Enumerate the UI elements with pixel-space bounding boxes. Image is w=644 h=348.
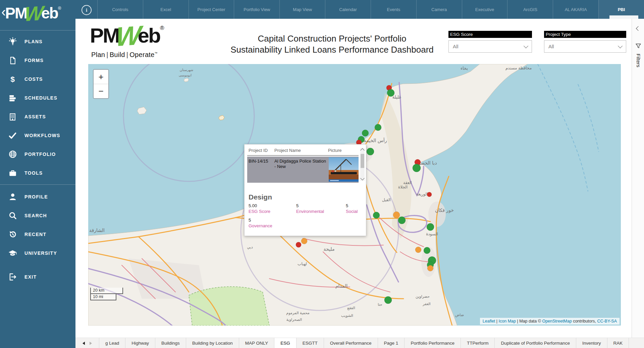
nav-item-map-view[interactable]: Map View: [279, 0, 325, 19]
map-marker-green[interactable]: [375, 124, 381, 131]
tooltip-scrollbar[interactable]: [360, 148, 365, 181]
page-tab-ttperform[interactable]: TTPerform: [461, 338, 495, 348]
map-marker-orange[interactable]: [393, 212, 400, 218]
sidebar-item-tools[interactable]: TOOLS: [0, 164, 75, 182]
map-marker-orange[interactable]: [427, 265, 433, 271]
map-place-label: العقة: [403, 180, 412, 185]
attribution-text: | Map data ©: [516, 319, 542, 324]
nav-item-events[interactable]: Events: [371, 0, 416, 19]
metric-environmental: 5Environmental: [296, 203, 346, 214]
tagline-separator: |: [126, 51, 128, 58]
pmweb-logo[interactable]: ‹PMWeb®: [1, 2, 61, 25]
map-marker-green[interactable]: [424, 247, 430, 254]
slicer-esg-score-dropdown[interactable]: All: [448, 40, 532, 53]
attribution-link-openstreetmap[interactable]: OpenStreetMap: [542, 319, 572, 324]
sidebar-item-label: PLANS: [24, 39, 43, 44]
page-tab-overall-performance[interactable]: Overall Performance: [324, 338, 378, 348]
map-place-label: رأس الخيمة: [364, 137, 387, 143]
zoom-in-button[interactable]: +: [94, 70, 108, 84]
attribution-link-cc-by-sa[interactable]: CC-BY-SA: [597, 319, 617, 324]
sidebar-item-profile[interactable]: PROFILE: [0, 187, 75, 206]
page-tab-esgtt[interactable]: ESGTT: [297, 338, 324, 348]
scroll-thumb[interactable]: [361, 154, 364, 168]
portfolio-icon: [8, 150, 17, 159]
sidebar-item-forms[interactable]: FORMS: [0, 51, 75, 70]
sidebar-item-workflows[interactable]: WORKFLOWS: [0, 126, 75, 145]
map-scale: 20 km 10 mi: [90, 288, 123, 300]
slicer-esg-score-header: ESG Score: [448, 31, 532, 38]
map-marker-green[interactable]: [384, 296, 392, 304]
map-place-label: الشارقة: [89, 228, 105, 233]
sidebar-item-recent[interactable]: RECENT: [0, 225, 75, 244]
profile-icon: [8, 192, 17, 201]
filter-funnel-icon[interactable]: [635, 43, 641, 50]
info-icon[interactable]: i: [82, 5, 92, 15]
map-place-label: المدام: [335, 283, 347, 289]
sidebar-item-label: SEARCH: [24, 213, 47, 218]
zoom-out-button[interactable]: −: [94, 84, 108, 98]
nav-item-executive[interactable]: Executive: [462, 0, 507, 19]
map-place-label: الغفر: [422, 302, 430, 306]
nav-item-controls[interactable]: Controls: [97, 0, 143, 19]
nav-item-camera[interactable]: Camera: [416, 0, 462, 19]
tagline-word: Operate: [129, 51, 154, 58]
attribution-link-leaflet[interactable]: Leaflet: [483, 319, 495, 324]
page-tab-portfolio-performance[interactable]: Portfolio Performance: [405, 338, 461, 348]
expand-filters-icon[interactable]: [636, 26, 640, 31]
nav-item-arcgis[interactable]: ArcGIS: [507, 0, 553, 19]
scroll-tabs-left-icon[interactable]: [83, 342, 85, 345]
sidebar-item-portfolio[interactable]: PORTFOLIO: [0, 145, 75, 164]
metric-value: 5: [346, 203, 359, 208]
nav-item-calendar[interactable]: Calendar: [325, 0, 371, 19]
slicer-project-type-dropdown[interactable]: All: [544, 40, 626, 53]
col-project-name: Project Name: [274, 148, 328, 153]
page-tab-page-1[interactable]: Page 1: [378, 338, 405, 348]
map-marker-green[interactable]: [413, 164, 421, 172]
map-marker-green[interactable]: [398, 217, 406, 224]
scroll-up-icon[interactable]: [360, 148, 365, 153]
sidebar-item-search[interactable]: SEARCH: [0, 206, 75, 225]
page-tab-g-lead[interactable]: g Lead: [99, 338, 125, 348]
table-row-selected[interactable]: BIN-14/15 Al Digdagga Police Station - N…: [247, 157, 359, 183]
svg-text:$: $: [10, 75, 15, 83]
page-tab-building-by-location[interactable]: Building by Location: [186, 338, 239, 348]
sidebar-item-assets[interactable]: ASSETS: [0, 107, 75, 126]
map-marker-orange[interactable]: [301, 238, 307, 244]
map-marker-green[interactable]: [367, 148, 374, 155]
tagline-word: Plan: [91, 51, 105, 58]
attribution-link-icon-map[interactable]: Icon Map: [499, 319, 516, 324]
map-place-label: محافظة مسندم: [505, 66, 532, 70]
nav-item-portfolio-view[interactable]: Portfolio View: [234, 0, 279, 19]
map-marker-green[interactable]: [362, 130, 369, 136]
sidebar-item-plans[interactable]: PLANS: [0, 32, 75, 51]
page-tab-map-only[interactable]: MAP ONLY: [239, 338, 275, 348]
map-marker-orange[interactable]: [415, 247, 421, 253]
nav-item-project-center[interactable]: Project Center: [189, 0, 234, 19]
map-marker-green[interactable]: [373, 212, 380, 219]
metric-label: Governance: [249, 223, 296, 228]
scroll-tabs-right-icon[interactable]: [90, 342, 92, 345]
map-marker-green[interactable]: [427, 223, 434, 231]
sidebar-item-label: EXIT: [24, 274, 37, 280]
page-tab-buildings[interactable]: Buildings: [155, 338, 186, 348]
map-place-label: محمية المرموم: [286, 311, 309, 315]
filters-pane-label[interactable]: Filters: [635, 54, 641, 67]
sidebar-item-costs[interactable]: $COSTS: [0, 70, 75, 89]
scroll-down-icon[interactable]: [360, 176, 365, 180]
nav-item-al-akaria[interactable]: AL AKARIA: [553, 0, 598, 19]
page-tab-inventory[interactable]: Inventory: [576, 338, 607, 348]
page-tab-esg[interactable]: ESG: [274, 338, 297, 348]
nav-item-excel[interactable]: Excel: [143, 0, 189, 19]
sidebar-item-exit[interactable]: EXIT: [0, 268, 75, 286]
page-tab-duplicate-of-portfolio-performance[interactable]: Duplicate of Portfolio Performance: [495, 338, 576, 348]
map-marker-green[interactable]: [387, 89, 394, 97]
page-tab-highway[interactable]: Highway: [125, 338, 155, 348]
sidebar-item-schedules[interactable]: SCHEDULES: [0, 89, 75, 107]
sidebar-item-university[interactable]: UNIVERSITY: [0, 244, 75, 263]
sidebar-item-label: PROFILE: [24, 194, 48, 199]
sidebar-item-label: WORKFLOWS: [24, 133, 60, 138]
page-tab-rak[interactable]: RAK: [607, 338, 629, 348]
map-marker-red[interactable]: [296, 242, 301, 247]
map-marker-red[interactable]: [427, 192, 432, 197]
tooltip-table-header: Project ID Project Name Picture: [249, 148, 358, 153]
